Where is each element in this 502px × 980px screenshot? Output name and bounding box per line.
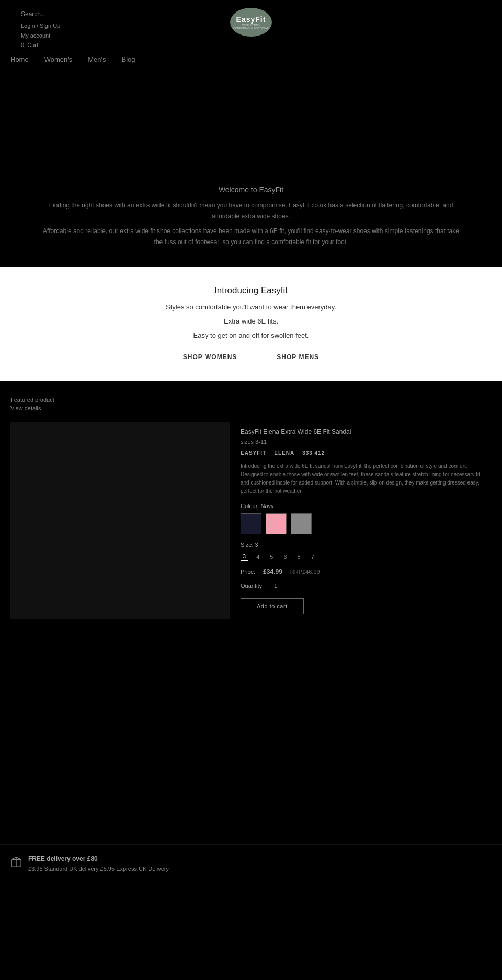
nav-womens[interactable]: Women's [44,55,73,63]
colour-swatch-grey[interactable] [291,513,312,534]
colour-swatches [241,513,481,534]
size-btn-8[interactable]: 8 [295,552,303,561]
hero-title: Welcome to EasyFit [219,186,283,194]
nav-mens[interactable]: Men's [88,55,106,63]
quantity-label: Quantity: [241,583,264,589]
intro-line-3: Easy to get on and off for swollen feet. [63,330,439,341]
product-price-range: sizes 3-11 [241,439,481,445]
size-btn-6[interactable]: 6 [281,552,289,561]
cart-link[interactable]: 0 Cart [21,40,60,50]
hero-paragraph-1: Finding the right shoes with an extra wi… [42,200,460,223]
product-layout: EasyFit Elena Extra Wide 6E Fit Sandal s… [10,422,492,619]
featured-section: Featured product View details EasyFit El… [0,381,502,635]
hero-paragraph-2: Affordable and reliable, our extra wide … [42,226,460,248]
nav-home[interactable]: Home [10,55,29,63]
navigation: Home Women's Men's Blog [0,50,502,68]
intro-line-1: Styles so comfortable you'll want to wea… [63,302,439,313]
hero-section: Welcome to EasyFit Finding the right sho… [0,68,502,267]
colour-swatch-navy[interactable] [241,513,261,534]
price-row: Price: £34.99 RRP£46.99 [241,568,481,575]
footer-delivery: FREE delivery over £80 £3.95 Standard UK… [10,855,492,874]
size-options: 3 4 5 6 8 7 [241,552,481,561]
box-icon [10,856,22,868]
brand-name: EasyFit [236,15,266,24]
view-details-link[interactable]: View details [10,405,492,411]
product-details: EasyFit Elena Extra Wide 6E Fit Sandal s… [230,422,492,619]
product-image-area [10,422,230,619]
dark-spacer [0,635,502,844]
size-btn-4[interactable]: 4 [254,552,261,561]
shop-mens-button[interactable]: SHOP MENS [272,351,323,363]
brand-tag-0: EASYFIT [241,450,266,456]
product-title: EasyFit Elena Extra Wide 6E Fit Sandal [241,427,481,436]
intro-title: Introducing Easyfit [63,285,439,296]
footer-delivery-info: FREE delivery over £80 £3.95 Standard UK… [28,855,169,874]
search-label: Search... [21,10,60,18]
brand-tagline: WIDE FITTING COMFORTABLE FOOTWEAR [233,24,269,30]
price-rrp: RRP£46.99 [290,569,320,575]
add-to-cart-button[interactable]: Add to cart [241,598,304,614]
intro-buttons: SHOP WOMENS SHOP MENS [63,351,439,363]
colour-label: Colour: Navy [241,503,481,509]
header-top-left: Search... Login / Sign Up My account 0 C… [21,10,60,50]
brand-tag-1: ELENA [274,450,294,456]
quantity-row: Quantity: 1 [241,583,481,589]
price-label: Price: [241,569,255,575]
featured-label: Featured product [10,397,492,403]
header: Search... Login / Sign Up My account 0 C… [0,0,502,50]
my-account-link[interactable]: My account [21,31,60,41]
brand-tag-2: 333 412 [302,450,325,456]
header-links: Login / Sign Up My account 0 Cart [21,21,60,50]
product-description: Introducing the extra wide 6E fit sandal… [241,462,481,495]
size-btn-7[interactable]: 7 [309,552,316,561]
size-btn-3[interactable]: 3 [241,552,248,561]
intro-section: Introducing Easyfit Styles so comfortabl… [0,267,502,381]
quantity-value: 1 [274,583,277,589]
logo: EasyFit WIDE FITTING COMFORTABLE FOOTWEA… [230,8,272,37]
login-link[interactable]: Login / Sign Up [21,21,60,31]
footer: FREE delivery over £80 £3.95 Standard UK… [0,844,502,885]
nav-blog[interactable]: Blog [122,55,135,63]
size-label: Size: 3 [241,541,481,548]
product-brand-tags: EASYFIT ELENA 333 412 [241,450,481,456]
shop-womens-button[interactable]: SHOP WOMENS [179,351,241,363]
size-btn-5[interactable]: 5 [268,552,275,561]
colour-swatch-pink[interactable] [266,513,287,534]
free-delivery-title: FREE delivery over £80 [28,855,169,862]
delivery-details: £3.95 Standard UK delivery £5.95 Express… [28,864,169,874]
logo-area: EasyFit WIDE FITTING COMFORTABLE FOOTWEA… [21,8,481,37]
price-current: £34.99 [263,568,282,575]
intro-line-2: Extra wide 6E fits. [63,316,439,327]
